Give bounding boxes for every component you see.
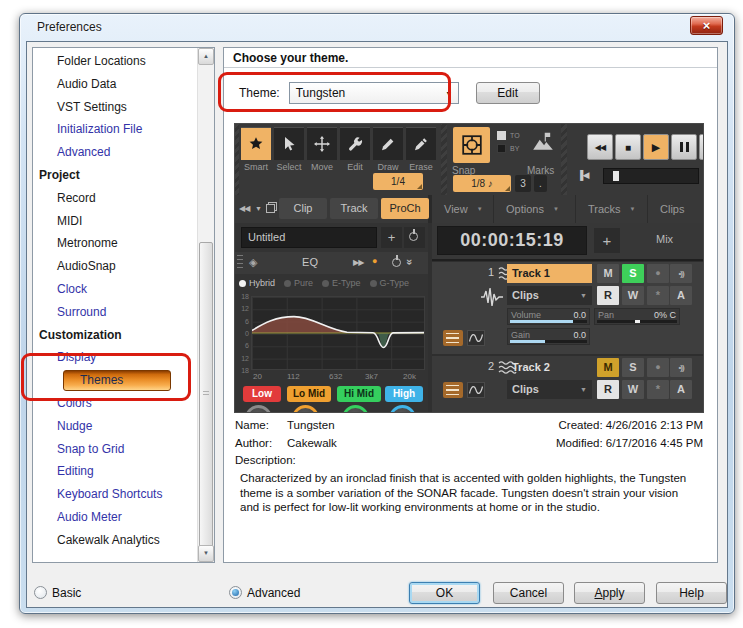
cursor-icon xyxy=(274,127,304,160)
time-display: 00:00:15:19 xyxy=(437,226,587,255)
trackview-menus: View▼Options▼Tracks▼Clips xyxy=(432,195,704,223)
db-tick-label: 12 xyxy=(241,354,249,361)
pan-value: 0% C xyxy=(654,310,676,320)
scrollbar-thumb[interactable] xyxy=(199,242,213,547)
edit-button[interactable]: Edit xyxy=(476,82,540,104)
sidebar-item-snap-to-grid[interactable]: Snap to Grid xyxy=(33,438,197,461)
move-icon xyxy=(307,127,337,160)
eq-type-e-type: E-Type xyxy=(322,278,361,288)
wrench-icon xyxy=(340,127,370,160)
close-button[interactable]: × xyxy=(690,16,723,35)
trackview-menu-bar: View▼Options▼Tracks▼Clips xyxy=(432,195,704,223)
sidebar-item-audio-data[interactable]: Audio Data xyxy=(33,73,197,96)
pause-icon xyxy=(671,134,697,160)
go-to-start-icon: ▐◀ xyxy=(577,170,588,180)
scroll-up-icon[interactable]: ▲ xyxy=(198,48,214,65)
basic-radio[interactable] xyxy=(34,586,47,599)
help-button[interactable]: Help xyxy=(656,582,727,604)
preview-tab-strip: ◀◀ ▼ ClipTrackProCh View▼Options▼Tracks▼… xyxy=(235,195,704,223)
band-lo-mid: Lo Mid xyxy=(287,386,331,402)
transport-scrubber xyxy=(603,168,699,184)
preview-toolbar: SmartSelectMoveEditDrawErase 1/4 TO BY xyxy=(235,124,704,195)
record-button: ● xyxy=(647,358,669,377)
transport-time-row: 00:00:15:19 + Mix xyxy=(432,223,704,259)
theme-selector-row: Theme: Tungsten ▼ Edit xyxy=(239,82,540,104)
track-name: Track 1 xyxy=(507,264,592,283)
menu-clips: Clips xyxy=(648,195,704,223)
chevron-down-icon: ▼ xyxy=(553,195,559,223)
radio-dot-icon xyxy=(322,280,329,287)
radio-dot-icon xyxy=(239,280,246,287)
sidebar-item-editing[interactable]: Editing xyxy=(33,460,197,483)
inspector-tab-bar: ◀◀ ▼ ClipTrackProCh xyxy=(235,195,428,223)
gain-control: Gain 0.0 xyxy=(507,328,590,345)
gain-label: Gain xyxy=(511,330,530,340)
eraser-icon xyxy=(406,127,436,160)
sidebar-item-nudge[interactable]: Nudge xyxy=(33,415,197,438)
sidebar-item-audio-meter[interactable]: Audio Meter xyxy=(33,506,197,529)
power-icon xyxy=(392,258,401,267)
star-icon xyxy=(241,127,271,160)
advanced-radio[interactable] xyxy=(229,586,242,599)
snap-to-box xyxy=(497,131,506,140)
preview-tools-group: SmartSelectMoveEditDrawErase 1/4 xyxy=(239,124,441,195)
band-high: High xyxy=(385,386,423,402)
page-title: Choose your theme. xyxy=(224,48,717,68)
sidebar-item-themes[interactable]: Themes xyxy=(63,370,171,391)
mute-button: M xyxy=(597,264,619,283)
db-tick-label: 6 xyxy=(245,342,249,349)
menu-label: Options xyxy=(506,195,544,223)
eq-band-buttons: LowLo MidHi MidHigh xyxy=(235,386,428,403)
band-low: Low xyxy=(243,386,281,402)
pan-label: Pan xyxy=(598,310,614,320)
levels-icon xyxy=(443,382,463,398)
sidebar-item-advanced[interactable]: Advanced xyxy=(33,141,197,164)
basic-radio-label: Basic xyxy=(52,586,81,600)
sidebar-item-metronome[interactable]: Metronome xyxy=(33,232,197,255)
eq-freq-axis: 201126323k720k xyxy=(251,372,425,382)
sidebar-item-cakewalk-analytics[interactable]: Cakewalk Analytics xyxy=(33,529,197,552)
sidebar-item-vst-settings[interactable]: VST Settings xyxy=(33,96,197,119)
cancel-button[interactable]: Cancel xyxy=(493,582,564,604)
apply-button[interactable]: Apply xyxy=(574,582,645,604)
sidebar-item-clock[interactable]: Clock xyxy=(33,278,197,301)
eq-type-hybrid: Hybrid xyxy=(239,278,275,288)
description-text: Characterized by an ironclad finish that… xyxy=(235,471,695,515)
sidebar-item-audiosnap[interactable]: AudioSnap xyxy=(33,255,197,278)
theme-dropdown[interactable]: Tungsten ▼ xyxy=(289,82,459,104)
sidebar-item-display[interactable]: Display xyxy=(33,346,197,369)
snap-value: 1/8 ♪ xyxy=(453,175,511,192)
preferences-sidebar: Folder LocationsAudio DataVST SettingsIn… xyxy=(32,47,215,563)
freq-tick-label: 112 xyxy=(287,372,300,381)
sidebar-item-surround[interactable]: Surround xyxy=(33,301,197,324)
eq-db-axis: 18126061218 xyxy=(237,296,249,370)
eq-type-g-type: G-Type xyxy=(370,278,410,288)
volume-label: Volume xyxy=(511,310,541,320)
db-tick-label: 12 xyxy=(241,305,249,312)
band-knob-high xyxy=(389,405,416,413)
sidebar-item-keyboard-shortcuts[interactable]: Keyboard Shortcuts xyxy=(33,483,197,506)
track-row: 1 Track 1 MS●•)) Clips RW*A xyxy=(432,262,704,354)
sidebar-item-folder-locations[interactable]: Folder Locations xyxy=(33,50,197,73)
sidebar-item-initialization-file[interactable]: Initialization File xyxy=(33,118,197,141)
menu-view: View▼ xyxy=(432,195,494,223)
sidebar-section-project: Project xyxy=(33,164,197,187)
waveform-icon xyxy=(480,286,504,310)
snap-by-box xyxy=(497,144,506,153)
track-number: 1 xyxy=(488,266,494,278)
sidebar-item-colors[interactable]: Colors xyxy=(33,392,197,415)
window-title: Preferences xyxy=(37,20,102,34)
sidebar-item-record[interactable]: Record xyxy=(33,187,197,210)
theme-dropdown-value: Tungsten xyxy=(290,86,440,100)
sidebar-section-customization: Customization xyxy=(33,324,197,347)
scroll-down-icon[interactable]: ▼ xyxy=(198,545,214,562)
sidebar-item-midi[interactable]: MIDI xyxy=(33,210,197,233)
collapse-chevrons-icon: » xyxy=(404,259,416,265)
clips-dropdown: Clips xyxy=(507,286,592,305)
eq-type-pure: Pure xyxy=(284,278,313,288)
themes-page: Choose your theme. Theme: Tungsten ▼ Edi… xyxy=(223,47,718,563)
auto-w-button: W xyxy=(622,380,644,399)
band-knob-lo-mid xyxy=(292,405,319,413)
ok-button[interactable]: OK xyxy=(409,582,480,604)
track-number: 2 xyxy=(488,360,494,372)
